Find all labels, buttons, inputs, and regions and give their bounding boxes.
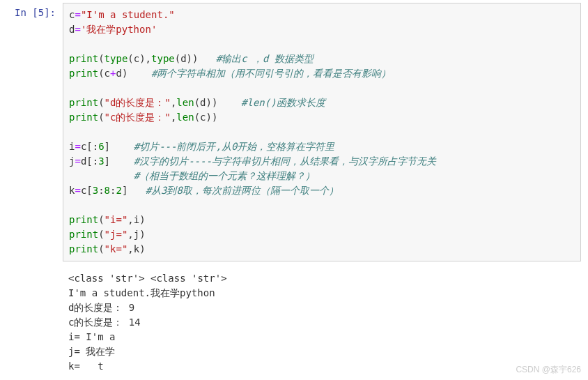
code-token: = [75, 155, 80, 167]
output-line: k= t [68, 360, 104, 372]
output-line: i= I'm a [68, 331, 121, 342]
watermark: CSDN @森宇626 [516, 364, 581, 376]
code-token: d) [116, 68, 151, 79]
code-comment: #汉字的切片----与字符串切片相同，从结果看，与汉字所占字节无关 [134, 155, 436, 167]
code-token: = [75, 141, 80, 152]
code-token: c[: [81, 141, 98, 152]
code-token: "d的长度是：" [105, 97, 171, 108]
code-token: ,k) [127, 243, 145, 254]
code-token: ( [98, 229, 104, 240]
code-token: print [69, 112, 98, 123]
code-cell[interactable]: c="I'm a student." d='我在学python' print(t… [63, 3, 581, 261]
code-token: 3 [93, 185, 98, 196]
code-token: (c), [127, 53, 151, 64]
output-prompt-area [0, 267, 63, 378]
code-token: "c的长度是：" [105, 112, 171, 123]
code-token: print [69, 243, 98, 254]
code-token: = [75, 185, 80, 196]
input-cell-container: In [5]: c="I'm a student." d='我在学python'… [0, 0, 588, 264]
code-token: ( [98, 112, 104, 123]
code-token: (d)) [175, 53, 216, 64]
code-token: ] [105, 141, 134, 152]
code-token: ( [98, 53, 104, 64]
code-token: "I'm a student." [81, 9, 175, 20]
output-line: d的长度是： 9 [68, 302, 134, 313]
prompt-label: In [5]: [15, 7, 56, 18]
code-comment: #切片---前闭后开,从0开始，空格算在字符里 [134, 141, 335, 152]
code-token: len [176, 97, 194, 108]
code-token: "k=" [105, 243, 128, 254]
code-token: = [75, 24, 80, 35]
code-token: type [105, 53, 128, 64]
code-token: ,j) [127, 229, 145, 240]
code-token: 3 [98, 155, 104, 167]
code-token: : [98, 185, 104, 196]
code-token: 2 [116, 185, 121, 196]
code-token: (c [98, 68, 110, 79]
code-token: len [176, 112, 194, 123]
code-token: = [75, 9, 80, 20]
code-token: ] [122, 185, 146, 196]
output-line: I'm a student.我在学python [68, 287, 215, 298]
code-token [69, 170, 134, 181]
code-token: ] [105, 155, 134, 167]
code-token: '我在学python' [81, 24, 157, 35]
output-line: c的长度是： 14 [68, 317, 141, 328]
output-cell-container: <class 'str'> <class 'str'> I'm a studen… [0, 264, 588, 380]
code-token: c[ [81, 185, 93, 196]
code-comment: #（相当于数组的一个元素？这样理解？） [134, 170, 315, 181]
code-token: (c)) [194, 112, 218, 123]
code-token: ( [98, 97, 104, 108]
code-token: print [69, 97, 98, 108]
code-token: print [69, 229, 98, 240]
code-token: "j=" [105, 229, 128, 240]
output-line: j= 我在学 [68, 346, 115, 357]
code-token: ( [98, 243, 104, 254]
code-token: ( [98, 214, 104, 225]
code-token: 6 [98, 141, 104, 152]
code-token: print [69, 68, 98, 79]
code-comment: #len()函数求长度 [241, 97, 325, 108]
output-cell: <class 'str'> <class 'str'> I'm a studen… [63, 267, 581, 378]
code-comment: #输出c ，d 数据类型 [216, 53, 314, 64]
code-token: (d)) [194, 97, 241, 108]
code-comment: #两个字符串相加（用不同引号引的，看看是否有影响） [151, 68, 391, 79]
code-comment: #从3到8取，每次前进两位（隔一个取一个） [146, 185, 339, 196]
code-token: "i=" [105, 214, 128, 225]
code-token: print [69, 214, 98, 225]
code-token: d[: [81, 155, 98, 167]
code-token: type [151, 53, 175, 64]
code-token: 8 [105, 185, 110, 196]
output-line: <class 'str'> <class 'str'> [68, 273, 227, 284]
prompt-area: In [5]: [0, 3, 63, 261]
code-token: ,i) [127, 214, 145, 225]
code-token: print [69, 53, 98, 64]
